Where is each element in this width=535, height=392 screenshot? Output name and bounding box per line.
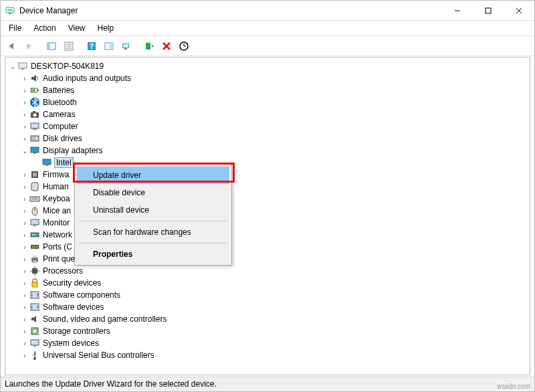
tree-category[interactable]: ›Bluetooth bbox=[20, 96, 530, 108]
tree-category[interactable]: ›Security devices bbox=[20, 277, 530, 289]
svg-rect-66 bbox=[31, 304, 39, 310]
category-label: Display adapters bbox=[43, 146, 102, 155]
ctx-scan-hardware[interactable]: Scan for hardware changes bbox=[77, 223, 229, 241]
menubar: File Action View Help bbox=[1, 21, 534, 36]
svg-rect-47 bbox=[31, 219, 39, 225]
svg-rect-32 bbox=[33, 128, 37, 130]
category-label: Security devices bbox=[43, 278, 101, 288]
tree-category[interactable]: ›Software components bbox=[20, 289, 530, 301]
tree-category[interactable]: ›Audio inputs and outputs bbox=[20, 72, 530, 84]
device-label: Intel bbox=[55, 158, 73, 167]
tree-category[interactable]: ›Processors bbox=[20, 265, 530, 277]
expand-icon[interactable]: › bbox=[20, 183, 29, 191]
menu-file[interactable]: File bbox=[3, 22, 27, 34]
svg-rect-35 bbox=[31, 147, 39, 153]
maximize-button[interactable] bbox=[473, 1, 504, 21]
monitor-icon bbox=[29, 217, 40, 228]
category-label: Storage controllers bbox=[43, 326, 110, 336]
expand-icon[interactable]: › bbox=[20, 111, 29, 118]
tree-root[interactable]: ⌄ DESKTOP-504K819 bbox=[8, 60, 530, 72]
category-label: Monitor bbox=[43, 218, 70, 227]
category-label: Network bbox=[43, 230, 72, 239]
expand-icon[interactable]: › bbox=[20, 99, 29, 106]
expand-icon[interactable]: › bbox=[20, 75, 29, 82]
ctx-disable-device[interactable]: Disable device bbox=[77, 184, 229, 201]
expand-icon[interactable]: › bbox=[20, 340, 29, 347]
tree-category[interactable]: ›Computer bbox=[20, 120, 530, 132]
expand-icon[interactable]: › bbox=[20, 280, 29, 287]
collapse-icon[interactable]: ⌄ bbox=[8, 63, 17, 70]
toolbar-icon-1[interactable] bbox=[101, 38, 117, 54]
mouse-icon bbox=[29, 205, 40, 216]
ctx-update-driver[interactable]: Update driver bbox=[77, 167, 229, 184]
expand-icon[interactable]: › bbox=[20, 231, 29, 239]
app-icon bbox=[5, 5, 15, 16]
expand-icon[interactable]: ⌄ bbox=[20, 147, 29, 155]
close-button[interactable] bbox=[504, 1, 534, 21]
category-label: Processors bbox=[43, 266, 83, 276]
tree-category[interactable]: ›Batteries bbox=[20, 84, 530, 96]
tree-category[interactable]: ›Universal Serial Bus controllers bbox=[20, 349, 530, 361]
category-label: System devices bbox=[43, 338, 99, 348]
svg-point-54 bbox=[34, 246, 35, 248]
expand-icon[interactable]: › bbox=[20, 207, 29, 215]
svg-rect-8 bbox=[47, 43, 50, 50]
svg-rect-65 bbox=[31, 292, 39, 298]
category-label: Batteries bbox=[43, 86, 74, 95]
expand-icon[interactable]: › bbox=[20, 171, 29, 179]
help-button[interactable]: ? bbox=[84, 38, 100, 54]
tree-category[interactable]: ⌄Display adapters bbox=[20, 144, 530, 157]
svg-point-68 bbox=[33, 330, 36, 332]
scan-hardware-button[interactable] bbox=[176, 38, 192, 54]
tree-category[interactable]: ›Disk drives bbox=[20, 132, 530, 144]
display-icon bbox=[29, 145, 40, 156]
firmware-icon bbox=[29, 169, 40, 180]
expand-icon[interactable]: › bbox=[20, 123, 29, 130]
ctx-uninstall-device[interactable]: Uninstall device bbox=[77, 201, 229, 219]
expand-icon[interactable]: › bbox=[20, 352, 29, 359]
forward-button[interactable] bbox=[21, 38, 37, 54]
sound-icon bbox=[29, 314, 40, 324]
svg-rect-26 bbox=[31, 89, 35, 92]
expand-icon[interactable]: › bbox=[20, 292, 29, 299]
enable-device-button[interactable] bbox=[141, 38, 157, 54]
expand-icon[interactable]: › bbox=[20, 304, 29, 311]
svg-rect-50 bbox=[32, 234, 33, 235]
svg-rect-22 bbox=[19, 63, 27, 68]
tree-category[interactable]: ›Software devices bbox=[20, 301, 530, 313]
tree-category[interactable]: ›System devices bbox=[20, 337, 530, 349]
show-hide-console-tree-button[interactable] bbox=[43, 38, 60, 54]
svg-rect-2 bbox=[9, 13, 11, 14]
uninstall-device-button[interactable] bbox=[158, 38, 175, 54]
tree-category[interactable]: ›Cameras bbox=[20, 108, 530, 120]
ctx-separator bbox=[78, 221, 228, 221]
menu-view[interactable]: View bbox=[63, 22, 91, 34]
back-button[interactable] bbox=[3, 38, 19, 54]
expand-icon[interactable]: › bbox=[20, 256, 29, 263]
category-label: Software devices bbox=[43, 302, 104, 312]
ctx-properties[interactable]: Properties bbox=[77, 246, 229, 263]
properties-button[interactable] bbox=[61, 38, 77, 54]
tree-category[interactable]: ›Sound, video and game controllers bbox=[20, 313, 530, 325]
expand-icon[interactable]: › bbox=[20, 135, 29, 142]
expand-icon[interactable]: › bbox=[20, 328, 29, 335]
expand-icon[interactable]: › bbox=[20, 243, 29, 251]
expand-icon[interactable]: › bbox=[20, 268, 29, 275]
menu-action[interactable]: Action bbox=[28, 22, 61, 34]
svg-point-29 bbox=[33, 114, 37, 117]
printer-icon bbox=[29, 254, 40, 264]
expand-icon[interactable]: › bbox=[20, 219, 29, 227]
expand-icon[interactable]: › bbox=[20, 87, 29, 94]
svg-rect-69 bbox=[31, 340, 39, 345]
expand-icon[interactable]: › bbox=[20, 316, 29, 323]
software-icon bbox=[29, 290, 40, 300]
update-driver-button[interactable] bbox=[118, 38, 134, 54]
minimize-button[interactable] bbox=[442, 1, 473, 21]
menu-help[interactable]: Help bbox=[92, 22, 120, 34]
storage-icon bbox=[29, 326, 40, 336]
tree-category[interactable]: ›Storage controllers bbox=[20, 325, 530, 337]
svg-text:?: ? bbox=[90, 42, 94, 50]
expand-icon[interactable]: › bbox=[20, 195, 29, 203]
disk-icon bbox=[29, 133, 40, 144]
svg-rect-64 bbox=[32, 282, 37, 287]
